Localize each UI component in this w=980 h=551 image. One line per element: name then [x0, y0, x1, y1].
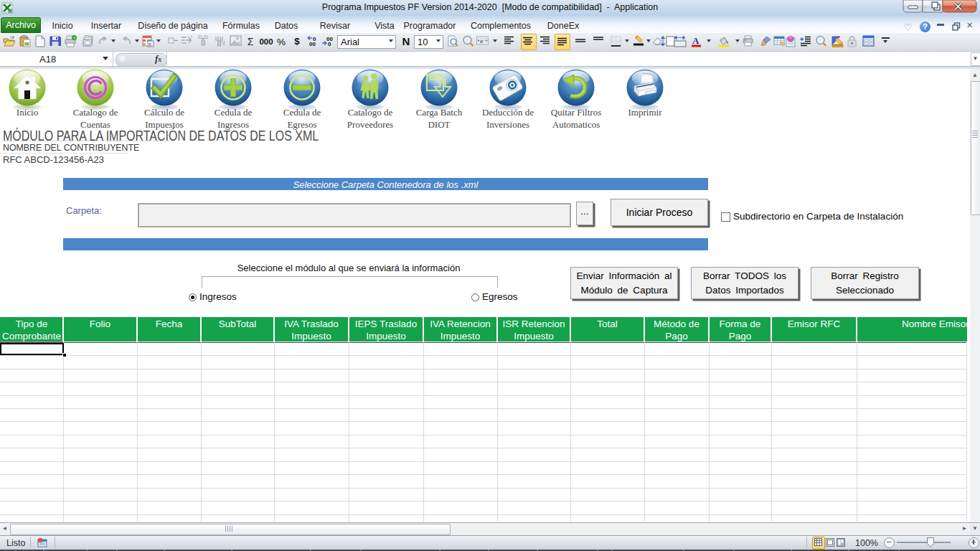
svg-text:S: S	[149, 42, 151, 47]
svg-text:0: 0	[328, 41, 331, 47]
svg-text:00: 00	[309, 41, 316, 47]
svg-text:a: a	[480, 37, 483, 44]
svg-text:A: A	[692, 35, 699, 46]
